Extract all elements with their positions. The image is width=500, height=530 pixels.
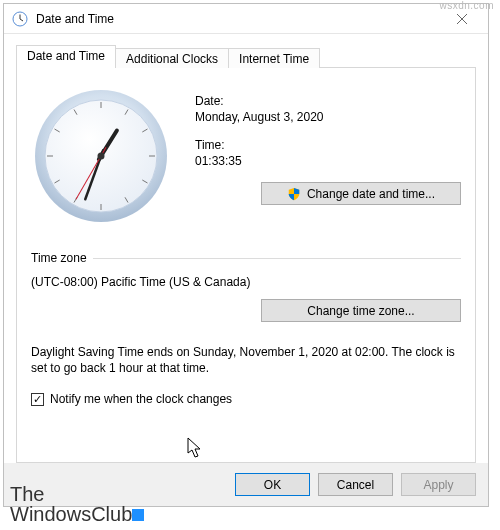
cancel-button[interactable]: Cancel: [318, 473, 393, 496]
titlebar: Date and Time: [4, 4, 488, 34]
watermark-site: wsxdn.com: [439, 0, 494, 11]
window-title: Date and Time: [36, 12, 440, 26]
notify-checkbox-label: Notify me when the clock changes: [50, 392, 232, 406]
ok-button[interactable]: OK: [235, 473, 310, 496]
watermark-brand-line1: The: [10, 484, 146, 504]
brand-square-icon: [132, 509, 144, 521]
time-label: Time:: [195, 138, 461, 152]
timezone-heading: Time zone: [31, 251, 461, 265]
analog-clock-container: [31, 86, 175, 229]
time-value: 01:33:35: [195, 154, 461, 168]
notify-checkbox[interactable]: ✓: [31, 393, 44, 406]
tab-date-and-time[interactable]: Date and Time: [16, 45, 116, 68]
tab-additional-clocks[interactable]: Additional Clocks: [115, 48, 229, 69]
apply-button[interactable]: Apply: [401, 473, 476, 496]
timezone-heading-text: Time zone: [31, 251, 87, 265]
divider: [93, 258, 461, 259]
analog-clock-icon: [31, 86, 171, 226]
dialog-content: Date and Time Additional Clocks Internet…: [4, 34, 488, 463]
dst-info-text: Daylight Saving Time ends on Sunday, Nov…: [31, 344, 461, 376]
svg-point-22: [98, 153, 105, 160]
watermark-brand-line2: WindowsClub: [10, 504, 146, 524]
tab-strip: Date and Time Additional Clocks Internet…: [16, 44, 476, 68]
date-time-dialog: Date and Time Date and Time Additional C…: [3, 3, 489, 507]
close-icon: [457, 14, 467, 24]
clock-app-icon: [12, 11, 28, 27]
change-timezone-label: Change time zone...: [307, 304, 414, 318]
clock-info-row: Date: Monday, August 3, 2020 Time: 01:33…: [31, 86, 461, 229]
notify-checkbox-row[interactable]: ✓ Notify me when the clock changes: [31, 392, 461, 406]
timezone-value: (UTC-08:00) Pacific Time (US & Canada): [31, 275, 461, 289]
date-label: Date:: [195, 94, 461, 108]
date-value: Monday, August 3, 2020: [195, 110, 461, 124]
change-date-time-button[interactable]: Change date and time...: [261, 182, 461, 205]
change-timezone-button[interactable]: Change time zone...: [261, 299, 461, 322]
change-date-time-label: Change date and time...: [307, 187, 435, 201]
tab-panel-date-and-time: Date: Monday, August 3, 2020 Time: 01:33…: [16, 68, 476, 463]
shield-icon: [287, 187, 301, 201]
watermark-brand: The WindowsClub: [10, 484, 146, 524]
date-time-info: Date: Monday, August 3, 2020 Time: 01:33…: [195, 86, 461, 229]
tab-internet-time[interactable]: Internet Time: [228, 48, 320, 69]
